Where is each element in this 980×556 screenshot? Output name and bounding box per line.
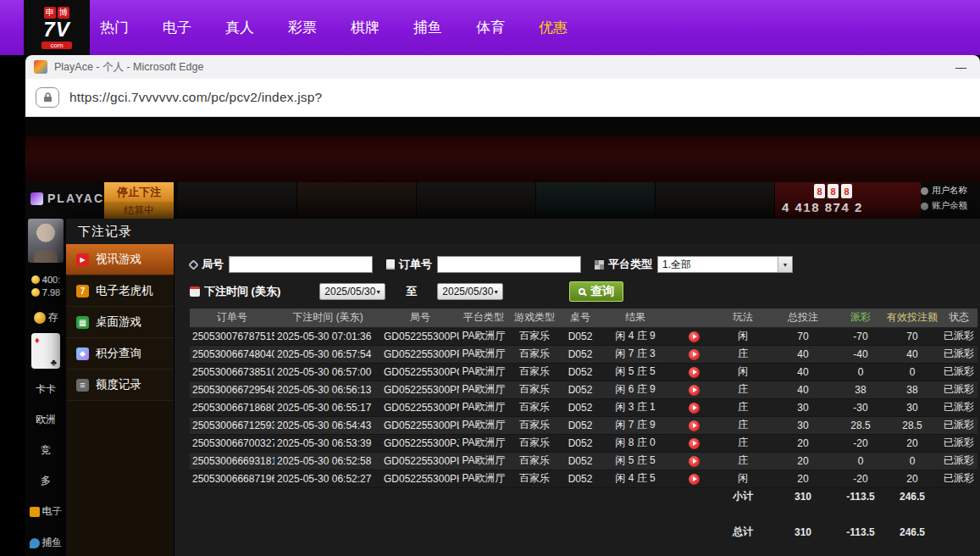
- date-from-select[interactable]: 2025/05/30 ▼: [319, 283, 385, 300]
- menu-item-额度记录[interactable]: 额度记录: [66, 370, 174, 401]
- menu-item-桌面游戏[interactable]: 桌面游戏: [66, 307, 174, 338]
- filter-row-2: 下注时间 (美东) 2025/05/30 ▼ 至 2025/05/30 ▼ 查询: [190, 281, 980, 302]
- cell-order_id: 250530066712593: [190, 416, 274, 434]
- bet-table: 订单号下注时间 (美东)局号平台类型游戏类型桌号结果玩法总投注派彩有效投注额状态…: [190, 309, 977, 541]
- rail-lobby-jing[interactable]: 竞: [41, 443, 51, 458]
- cell-result: 闲 7 庄 3: [600, 345, 671, 363]
- url-text[interactable]: https://gci.7vvvvvv.com/pc/pcv2/index.js…: [69, 90, 322, 105]
- table-row: 2505300667295482025-05-30 06:56:13GD0522…: [190, 381, 977, 398]
- replay-button[interactable]: [689, 331, 700, 342]
- cell-payout: -40: [837, 345, 884, 363]
- cell-bet_time: 2025-05-30 06:53:39: [274, 434, 381, 452]
- cell-round_id: GD052255300PJ: [381, 434, 459, 452]
- cell-table_no: D052: [561, 363, 600, 381]
- nav-item-优惠[interactable]: 优惠: [539, 18, 568, 37]
- table-row: 2505300667003272025-05-30 06:53:39GD0522…: [190, 434, 977, 452]
- cell-platform: PA欧洲厅: [459, 434, 508, 452]
- cell-total_bet: 40: [769, 381, 837, 398]
- nav-item-电子[interactable]: 电子: [163, 18, 191, 37]
- nav-item-体育[interactable]: 体育: [476, 18, 505, 37]
- menu-item-积分查询[interactable]: 积分查询: [66, 338, 174, 370]
- replay-button[interactable]: [689, 420, 700, 431]
- user-panel-icon: [921, 187, 928, 195]
- logo-suffix: com: [42, 42, 71, 49]
- sum-payout: -113.5: [837, 523, 884, 541]
- site-info-button[interactable]: [36, 87, 59, 108]
- betting-status-line2: 结算中: [104, 202, 174, 219]
- rail-nav-slots[interactable]: 电子: [30, 504, 63, 519]
- cell-game_type: 百家乐: [508, 327, 561, 345]
- cell-platform: PA欧洲厅: [459, 398, 508, 416]
- sum-total_bet: 310: [769, 487, 837, 505]
- cell-order_id: 250530066700327: [190, 434, 274, 452]
- cell-game_type: 百家乐: [508, 470, 561, 487]
- round-input[interactable]: [229, 256, 373, 273]
- rail-deposit[interactable]: 存: [34, 310, 58, 325]
- menu-item-视讯游戏[interactable]: 视讯游戏: [66, 244, 174, 275]
- jackpot-panel: 888 4 418 874 2: [775, 182, 921, 219]
- replay-button[interactable]: [689, 367, 700, 378]
- col-order_id: 订单号: [190, 309, 274, 327]
- sum-valid_bet: 246.5: [884, 487, 940, 505]
- window-titlebar[interactable]: PlayAce - 个人 - Microsoft Edge —: [25, 55, 980, 79]
- lock-icon: [43, 92, 53, 103]
- search-button[interactable]: 查询: [569, 281, 623, 302]
- rail-lobby-kaka[interactable]: 卡卡: [36, 382, 56, 397]
- minimize-button[interactable]: —: [955, 61, 966, 74]
- cell-platform: PA欧洲厅: [459, 470, 508, 487]
- cell-play: 闲: [717, 327, 769, 345]
- cell-valid_bet: 0: [884, 363, 940, 381]
- playing-card: 8: [841, 184, 852, 198]
- cell-payout: -70: [837, 327, 884, 345]
- cell-play: 庄: [717, 434, 769, 452]
- top-nav: 申 博 7V com 热门电子真人彩票棋牌捕鱼体育优惠: [0, 0, 980, 55]
- order-input[interactable]: [437, 256, 581, 273]
- rail-lobby-europe[interactable]: 欧洲: [36, 413, 56, 427]
- cell-platform: PA欧洲厅: [459, 345, 508, 363]
- page-banner: [25, 136, 980, 182]
- replay-button[interactable]: [689, 438, 700, 449]
- replay-button[interactable]: [689, 403, 700, 414]
- table-row: 2505300667125932025-05-30 06:54:43GD0522…: [190, 416, 977, 434]
- replay-button[interactable]: [689, 385, 700, 396]
- round-label: 局号: [190, 257, 224, 272]
- chevron-down-icon[interactable]: ▼: [778, 257, 792, 272]
- cell-total_bet: 20: [769, 470, 837, 487]
- cell-platform: PA欧洲厅: [459, 452, 508, 470]
- cell-platform: PA欧洲厅: [459, 363, 508, 381]
- slot-icon: [30, 507, 40, 517]
- nav-item-棋牌[interactable]: 棋牌: [351, 18, 379, 37]
- replay-button[interactable]: [689, 349, 700, 360]
- cell-play: 庄: [717, 452, 769, 470]
- nav-item-捕鱼[interactable]: 捕鱼: [413, 18, 442, 37]
- cell-order_id: 250530066738510: [190, 363, 274, 381]
- cell-status: 已派彩: [940, 327, 977, 345]
- menu-item-label: 额度记录: [96, 377, 141, 392]
- col-play: 玩法: [717, 309, 769, 327]
- magnifier-icon: [579, 288, 585, 295]
- url-bar: https://gci.7vvvvvv.com/pc/pcv2/index.js…: [25, 79, 980, 117]
- replay-button[interactable]: [689, 474, 700, 485]
- cell-valid_bet: 20: [884, 470, 940, 487]
- cell-status: 已派彩: [940, 416, 977, 434]
- cell-payout: -30: [837, 398, 884, 416]
- favicon-icon: [34, 60, 47, 74]
- menu-item-电子老虎机[interactable]: 电子老虎机: [66, 275, 174, 307]
- rail-lobby-duo[interactable]: 多: [41, 474, 51, 488]
- platform-select[interactable]: 1.全部 ▼: [657, 256, 793, 273]
- bet-table-head-row: 订单号下注时间 (美东)局号平台类型游戏类型桌号结果玩法总投注派彩有效投注额状态: [190, 309, 977, 327]
- nav-item-彩票[interactable]: 彩票: [288, 18, 317, 37]
- cell-result: 闲 4 庄 5: [600, 470, 671, 487]
- date-to-select[interactable]: 2025/05/30 ▼: [437, 283, 503, 300]
- cell-valid_bet: 70: [884, 327, 940, 345]
- cell-play: 庄: [717, 416, 769, 434]
- rail-nav-fishing[interactable]: 捕鱼: [30, 536, 63, 550]
- nav-item-热门[interactable]: 热门: [100, 18, 129, 37]
- site-logo[interactable]: 申 博 7V com: [24, 0, 90, 55]
- cell-round_id: GD052255300PM: [381, 398, 459, 416]
- board-icon: [76, 316, 89, 329]
- nav-item-真人[interactable]: 真人: [225, 18, 254, 37]
- replay-button[interactable]: [689, 456, 700, 467]
- cell-result: 闲 6 庄 9: [600, 381, 671, 398]
- col-replay: [671, 309, 717, 327]
